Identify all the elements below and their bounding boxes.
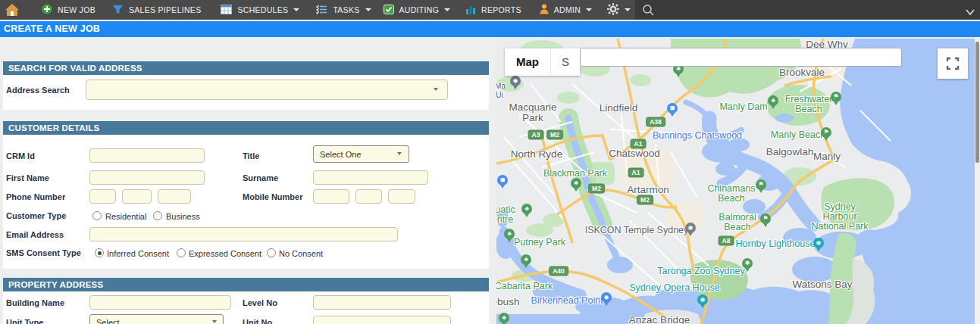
shopping-pin[interactable]: ◼ <box>497 175 508 185</box>
map-label: quatic entre <box>496 205 515 225</box>
unit-no-label: Unit No <box>243 318 272 324</box>
map-label: Freshwater Beach <box>785 95 833 114</box>
map-label: Macquarie Park <box>509 102 556 123</box>
map-label: Bunnings Chatswood <box>653 131 742 142</box>
road-badge: M2 <box>637 195 653 205</box>
vertical-scrollbar[interactable] <box>975 39 980 324</box>
tree-pin[interactable]: ♣ <box>504 229 515 239</box>
search-icon <box>642 4 655 17</box>
university-pin[interactable]: ◆ <box>510 76 521 86</box>
map-label: Balmoral Beach <box>719 213 756 232</box>
app-window: NEW JOBSALES PIPELINESSCHEDULESTASKSAUDI… <box>0 0 980 324</box>
expressed-consent-radio[interactable] <box>177 248 186 257</box>
map-label: Manly <box>813 151 841 162</box>
phone-input-2[interactable] <box>122 189 152 204</box>
mobile-input-1[interactable] <box>313 189 349 204</box>
beach-pin[interactable]: ⚑ <box>831 92 841 102</box>
section-header-address-search: SEARCH FOR VALID ADDRESS <box>3 61 489 75</box>
nav-item-new-job[interactable]: NEW JOB <box>42 4 95 16</box>
checklist-icon <box>316 5 327 16</box>
email-address-label: Email Address <box>6 230 64 239</box>
beach-pin[interactable]: ⚑ <box>756 179 766 190</box>
map-label: Blackman Park <box>543 169 607 179</box>
unit-no-input[interactable] <box>313 316 451 324</box>
surname-label: Surname <box>243 173 278 182</box>
plus-circle-icon <box>42 4 52 16</box>
residential-radio[interactable] <box>92 211 102 220</box>
road-badge: A40 <box>549 266 568 276</box>
gear-icon <box>607 3 619 17</box>
no-consent-radio[interactable] <box>267 248 276 257</box>
map-label: Taronga Zoo Sydney <box>657 266 744 277</box>
map-label: Putney Park <box>514 238 565 248</box>
title-select[interactable]: Select One <box>313 145 409 163</box>
business-radio[interactable] <box>153 211 162 220</box>
map-label: Sydney Harbour National Park <box>811 202 868 232</box>
unit-type-label: Unit Type <box>6 318 43 324</box>
surname-input[interactable] <box>313 170 428 185</box>
section-header-customer-details: CUSTOMER DETAILS <box>3 121 489 135</box>
road-badge: A38 <box>646 117 665 127</box>
caret-down-icon <box>444 8 450 11</box>
nav-item-auditing[interactable]: AUDITING <box>384 5 451 16</box>
email-input[interactable] <box>89 227 398 241</box>
nav-item-schedules[interactable]: SCHEDULES <box>221 5 299 16</box>
first-name-label: First Name <box>6 173 49 182</box>
mobile-number-label: Mobile Number <box>243 192 302 201</box>
crm-id-label: CRM Id <box>6 151 35 160</box>
satellite-view-button[interactable]: S <box>550 48 580 76</box>
map-label: ISKCON Temple Sydney <box>585 226 689 236</box>
shopping-pin[interactable]: ◼ <box>667 103 678 114</box>
map-label: Watsons Bay <box>792 279 852 290</box>
road-badge: A3 <box>528 130 544 140</box>
tree-pin[interactable]: ♣ <box>768 95 778 106</box>
nav-item-sales-pipelines[interactable]: SALES PIPELINES <box>112 5 202 16</box>
crm-id-input[interactable] <box>89 148 205 163</box>
scrollbar-thumb[interactable] <box>975 42 979 163</box>
mobile-input-2[interactable] <box>355 189 382 204</box>
tree-pin[interactable]: ♣ <box>499 313 509 323</box>
tree-pin[interactable]: ♣ <box>571 178 581 188</box>
map-canvas[interactable]: Dee WhyBrookvaleMacquarie ParkLindfieldN… <box>496 39 975 324</box>
nav-item-tasks[interactable]: TASKS <box>316 5 371 16</box>
map-label: Lindfield <box>600 103 637 114</box>
beach-pin[interactable]: ⚑ <box>821 127 831 138</box>
map-type-control[interactable]: Map S <box>505 48 580 76</box>
unit-type-select[interactable]: Select <box>89 314 224 324</box>
first-name-input[interactable] <box>89 170 205 185</box>
temple-pin[interactable]: ◉ <box>685 223 696 233</box>
building-name-input[interactable] <box>89 295 231 310</box>
address-search-label: Address Search <box>6 86 70 95</box>
nav-item-reports[interactable]: REPORTS <box>465 5 521 16</box>
mobile-input-3[interactable] <box>388 189 415 204</box>
boat-pin[interactable]: ◉ <box>697 294 708 305</box>
no-consent-label: No Consent <box>279 249 323 258</box>
phone-input-3[interactable] <box>158 189 191 204</box>
fullscreen-button[interactable] <box>938 48 968 79</box>
camera-pin[interactable]: ◉ <box>813 238 824 248</box>
title-select-arrow-icon <box>397 152 402 155</box>
home-button[interactable] <box>4 2 20 17</box>
nav-item-settings[interactable] <box>607 3 631 17</box>
map-search-input[interactable] <box>580 48 902 67</box>
nav-search-area[interactable] <box>635 0 980 20</box>
beach-pin[interactable]: ⚑ <box>760 213 771 224</box>
address-search-dropdown[interactable] <box>86 79 448 100</box>
map-view-button[interactable]: Map <box>505 48 550 76</box>
inferred-consent-label: Inferred Consent <box>107 249 169 258</box>
map-label: Balgowlah <box>766 147 813 157</box>
map-label: Chinamans Beach <box>707 184 755 204</box>
home-icon <box>4 2 20 17</box>
chevron-down-icon[interactable] <box>958 5 975 19</box>
page-title: CREATE A NEW JOB <box>0 21 980 37</box>
map-label: Artarmon <box>627 185 669 195</box>
anchor-pin[interactable]: ◆ <box>601 292 612 303</box>
funnel-icon <box>112 5 124 16</box>
paw-pin[interactable]: ✱ <box>742 258 753 269</box>
level-no-input[interactable] <box>313 295 451 310</box>
inferred-consent-radio[interactable] <box>95 248 104 257</box>
park-pin[interactable]: ♣ <box>521 204 532 214</box>
phone-input-1[interactable] <box>89 189 116 204</box>
nav-item-admin[interactable]: ADMIN <box>540 4 592 16</box>
tree-pin[interactable]: ♣ <box>521 254 531 265</box>
